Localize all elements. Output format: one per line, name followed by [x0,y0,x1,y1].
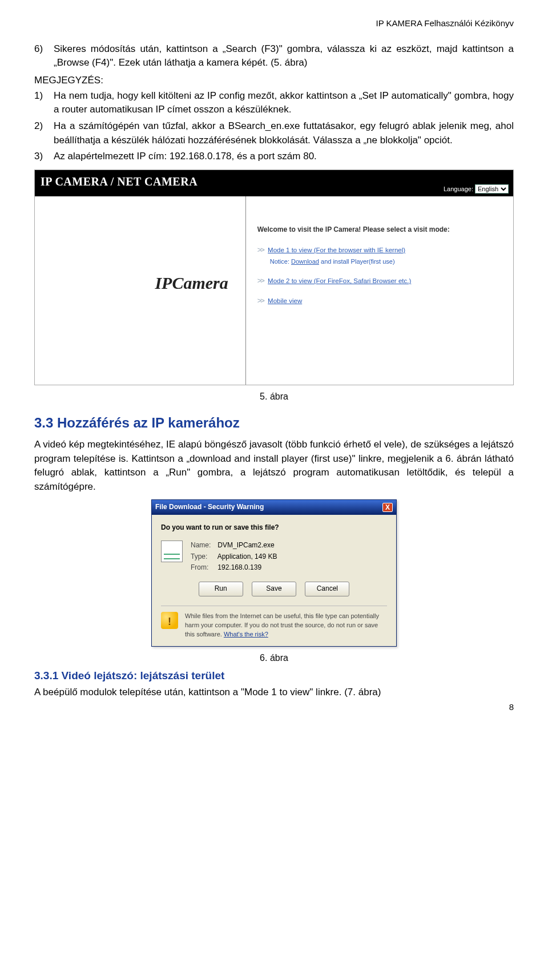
step-6: 6) Sikeres módosítás után, kattintson a … [34,42,514,72]
fig6-type-label: Type: [191,552,216,562]
fig5-mode1-link[interactable]: Mode 1 to view (For the browser with IE … [268,247,405,253]
save-button[interactable]: Save [252,582,296,596]
note-1-number: 1) [34,89,54,119]
note-2: 2) Ha a számítógépén van tűzfal, akkor a… [34,119,514,150]
note-1: 1) Ha nem tudja, hogy kell kitölteni az … [34,89,514,119]
fig6-from-value: 192.168.0.139 [217,563,261,571]
warning-shield-icon [161,612,178,629]
step-6-text: Sikeres módosítás után, kattintson a „Se… [54,42,514,70]
close-icon[interactable]: X [382,503,393,512]
fig5-welcome-text: Welcome to visit the IP Camera! Please s… [257,225,504,235]
figure-6-caption: 6. ábra [34,651,514,664]
section-3-3-body: A videó kép megtekintéséhez, IE alapú bö… [34,438,514,494]
figure-5-caption: 5. ábra [34,390,514,403]
fig5-notice-prefix: Notice: [270,258,289,265]
note-2-number: 2) [34,119,54,150]
fig5-notice-rest: and install Player(first use) [321,258,395,265]
figure-5-ipcamera-page: IP CAMERA / NET CAMERA Language: English… [34,170,514,385]
fig5-language-select[interactable]: English [475,184,509,193]
note-2-text: Ha a számítógépén van tűzfal, akkor a BS… [54,119,514,147]
run-button[interactable]: Run [199,582,243,596]
fig6-question: Do you want to run or save this file? [161,523,387,533]
fig6-risk-link[interactable]: What's the risk? [224,631,268,638]
fig5-title: IP CAMERA / NET CAMERA [41,175,198,188]
notes-heading: MEGJEGYZÉS: [34,74,514,88]
step-6-number: 6) [34,42,54,72]
figure-6-download-dialog: File Download - Security Warning X Do yo… [151,499,397,646]
page-number: 8 [509,701,514,713]
arrow-icon: >> [257,296,264,305]
section-3-3-1-body: A beépülő modulok telepítése után, katti… [34,685,514,700]
fig5-logo: IPCamera [155,271,228,296]
fig5-titlebar: IP CAMERA / NET CAMERA Language: English [35,170,513,196]
fig5-download-link[interactable]: Download [291,258,319,265]
note-3-number: 3) [34,150,54,166]
file-icon [161,541,183,562]
fig5-notice: Notice: Download and install Player(firs… [270,257,504,267]
note-1-text: Ha nem tudja, hogy kell kitölteni az IP … [54,89,514,117]
fig5-mode3-link[interactable]: Mobile view [268,297,302,304]
fig6-title: File Download - Security Warning [155,502,264,512]
section-3-3-title: 3.3 Hozzáférés az IP kamerához [34,413,514,433]
arrow-icon: >> [257,245,264,254]
section-3-3-1-title: 3.3.1 Videó lejátszó: lejátszási terület [34,668,514,684]
fig6-name-label: Name: [191,541,216,550]
note-3-text: Az alapértelmezett IP cím: 192.168.0.178… [54,150,514,164]
note-3: 3) Az alapértelmezett IP cím: 192.168.0.… [34,150,514,166]
fig6-name-value: DVM_IPCam2.exe [217,541,274,549]
fig6-type-value: Application, 149 KB [217,552,277,560]
page-header: IP KAMERA Felhasználói Kézikönyv [34,17,514,30]
arrow-icon: >> [257,276,264,285]
fig5-language-label: Language: [444,185,473,192]
fig6-from-label: From: [191,563,216,572]
cancel-button[interactable]: Cancel [305,582,349,596]
fig6-warning-text: While files from the Internet can be use… [185,612,379,638]
fig5-mode2-link[interactable]: Mode 2 to view (For FireFox, Safari Brow… [268,277,411,284]
